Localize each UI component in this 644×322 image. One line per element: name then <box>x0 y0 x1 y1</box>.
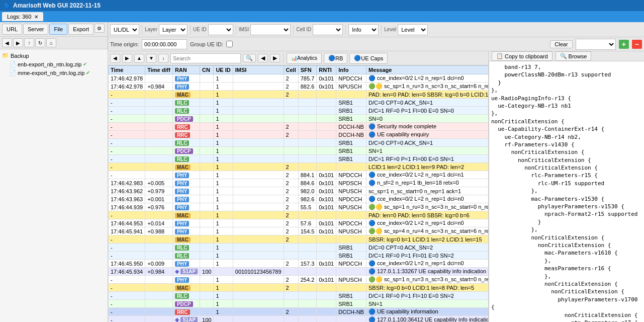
scroll-right-btn[interactable]: ▶ <box>122 54 132 63</box>
log-table-container[interactable]: Time Time diff RAN CN UE ID IMSI Cell SF… <box>108 65 488 322</box>
cell-info: NPUSCH <box>336 187 366 195</box>
scroll-next-btn[interactable]: ▼ <box>146 54 156 63</box>
table-row[interactable]: - RRC 1 2 DCCH-NB 🔵 UE capability enquir… <box>109 131 489 139</box>
col-ueid[interactable]: UE ID <box>214 66 233 74</box>
table-row[interactable]: - RLC 1 SRB1 D/C=0 CPT=0 ACK_SN=1 <box>109 99 489 107</box>
ul-dl-select[interactable]: UL/DLULDL <box>110 24 139 35</box>
layer-select[interactable]: LayerPHYMACRLCPDCPRRC <box>159 24 188 35</box>
nav-up-btn[interactable]: ↑ <box>24 38 34 47</box>
table-row[interactable]: - PDCP 1 SRB1 SN=1 <box>109 147 489 155</box>
table-row[interactable]: 17:46:44.939 +0.976 PHY 1 2 55.5 0x101 N… <box>109 203 489 211</box>
analytics-btn[interactable]: 📊 Analytics <box>287 53 322 64</box>
col-cn[interactable]: CN <box>200 66 214 74</box>
nav-extra-btn[interactable]: ⚙ <box>95 24 105 33</box>
cell-ueid: 1 <box>214 308 233 316</box>
table-row[interactable]: 17:46:42.983 +0.005 PHY 1 2 884.6 0x101 … <box>109 179 489 187</box>
group-ue-checkbox[interactable] <box>226 41 233 47</box>
table-row[interactable]: - RLC 1 SRB1 D/C=1 RF=0 P=1 FI=00 E=0 SN… <box>109 107 489 115</box>
copy-clipboard-btn[interactable]: 📋 Copy to clipboard <box>492 51 553 61</box>
table-row[interactable]: - RLC 1 SRB1 D/C=0 CPT=0 ACK_SN=2 <box>109 244 489 252</box>
col-ran[interactable]: RAN <box>172 66 200 74</box>
table-row[interactable]: 17:46:45.950 +0.009 PHY 1 2 157.3 0x101 … <box>109 260 489 268</box>
scroll-prev-btn[interactable]: ▲ <box>134 54 144 63</box>
table-row[interactable]: - RLC 1 SRB1 D/C=1 RF=0 P=1 FI=00 E=0 SN… <box>109 155 489 163</box>
scroll-end-btn[interactable]: ↓ <box>158 54 168 63</box>
table-row[interactable]: - ◆ S1AP 100 🔵 127.0.1.100:36412 UE capa… <box>109 316 489 323</box>
table-row[interactable]: - RRC 1 2 DCCH-NB 🔵 Security mode comple… <box>109 123 489 131</box>
time-origin-input[interactable] <box>142 39 187 49</box>
table-row[interactable]: - MAC 1 2 SBSR: lcg=0 b=1 LCID:1 len=2 L… <box>109 235 489 244</box>
cell-timediff <box>145 131 173 139</box>
table-row[interactable]: - PDCP 1 SRB1 SN=1 <box>109 300 489 308</box>
cell-cell: 2 <box>284 131 298 139</box>
cell-id-select[interactable] <box>313 24 343 35</box>
table-row[interactable]: - MAC 1 2 SBSR: lcg=0 b=0 LCID:1 len=8 P… <box>109 284 489 292</box>
cell-cell: 2 <box>284 276 298 284</box>
backup-folder[interactable]: 📁 Backup <box>2 51 106 60</box>
search-prev-btn[interactable]: ◀ <box>258 54 268 62</box>
add-filter-btn[interactable]: + <box>619 40 629 49</box>
server-btn[interactable]: Server <box>23 24 48 35</box>
cell-cn <box>200 139 214 147</box>
table-row[interactable]: 17:46:45.941 +0.988 PHY 1 2 154.5 0x101 … <box>109 227 489 235</box>
table-row[interactable]: 17:46:44.953 +0.014 PHY 1 2 57.6 0x101 N… <box>109 219 489 227</box>
cell-time: 17:46:45.950 <box>109 260 145 268</box>
file-enb[interactable]: 📄 enb-export_nb_ntn.log.zip ✔ <box>2 60 106 68</box>
col-sfn[interactable]: SFN <box>298 66 317 74</box>
table-row[interactable]: - PHY 1 2 884.1 0x101 NPDCCH 🔵 cce_index… <box>109 171 489 179</box>
search-next-btn[interactable]: ▶ <box>270 54 280 62</box>
level-select[interactable]: Level <box>398 24 428 35</box>
col-message[interactable]: Message <box>366 66 488 74</box>
check-icon-enb: ✔ <box>83 61 87 67</box>
browse-btn[interactable]: 🔍 Browse <box>556 51 592 61</box>
clear-dropdown[interactable] <box>576 39 616 50</box>
table-row[interactable]: - PHY 1 2 254.2 0x101 NPUSCH 🟢🟡 sc_sp=1 … <box>109 276 489 284</box>
table-row[interactable]: - MAC 1 2 PAD: len=0 PAD: len=0 SBSR: lc… <box>109 211 489 219</box>
table-row[interactable]: - RLC 1 SRB1 D/C=1 RF=0 P=1 FI=01 E=0 SN… <box>109 252 489 260</box>
table-row[interactable]: - RLC 1 SRB1 D/C=0 CPT=0 ACK_SN=1 <box>109 139 489 147</box>
nav-refresh-btn[interactable]: ↻ <box>35 38 45 47</box>
tab-close-icon[interactable]: ✕ <box>34 14 38 20</box>
tab-logs[interactable]: Logs: 360 ✕ <box>2 12 43 21</box>
col-imsi[interactable]: IMSI <box>233 66 284 74</box>
cell-imsi <box>233 292 284 300</box>
ue-caps-btn[interactable]: 🔵 UE Caps <box>349 53 388 64</box>
nav-back-btn[interactable]: ◀ <box>2 38 12 47</box>
cell-ran: PHY <box>172 171 200 179</box>
table-row[interactable]: 17:46:42.978 +0.984 PHY 1 2 882.6 0x101 … <box>109 83 489 91</box>
ue-id-select[interactable] <box>208 24 233 35</box>
nav-home-btn[interactable]: ⌂ <box>46 38 56 47</box>
search-btn[interactable]: 🔍 <box>243 54 256 62</box>
table-row[interactable]: 17:46:43.963 +0.001 PHY 1 2 982.6 0x101 … <box>109 195 489 203</box>
layer-badge: PHY <box>175 76 190 82</box>
url-btn[interactable]: URL <box>2 24 22 35</box>
cell-sfn: 982.0 <box>298 187 317 195</box>
search-input[interactable] <box>170 53 241 63</box>
imsi-select[interactable] <box>250 24 291 35</box>
remove-filter-btn[interactable]: − <box>632 40 642 49</box>
table-row[interactable]: - MAC 1 2 PAD: len=0 PAD: len=0 SBSR: lc… <box>109 91 489 99</box>
table-row[interactable]: - RRC 1 2 DCCH-NB 🔵 UE capability inform… <box>109 308 489 316</box>
table-row[interactable]: 17:46:42.978 PHY 1 2 785.7 0x101 NPDCCH … <box>109 74 489 83</box>
rb-icon: 🔵 <box>328 55 335 61</box>
cell-rnti: 0x101 <box>317 187 336 195</box>
table-row[interactable]: 17:46:45.934 +0.984 ◆ S1AP 100 001010123… <box>109 268 489 276</box>
export-btn[interactable]: Export <box>68 24 94 35</box>
col-info[interactable]: Info <box>336 66 366 74</box>
col-time[interactable]: Time <box>109 66 145 74</box>
col-rnti[interactable]: RNTI <box>317 66 336 74</box>
table-row[interactable]: 17:46:43.962 +0.979 PHY 1 2 982.0 0x101 … <box>109 187 489 195</box>
table-row[interactable]: - RLC 1 SRB1 D/C=1 RF=0 P=1 FI=10 E=0 SN… <box>109 292 489 300</box>
file-btn[interactable]: File <box>49 24 67 35</box>
file-mme[interactable]: 📄 mme-export_nb_ntn.log.zip ✔ <box>2 68 106 77</box>
clear-btn[interactable]: Clear <box>550 40 572 48</box>
rb-btn[interactable]: 🔵 RB <box>324 53 347 64</box>
table-row[interactable]: - MAC 1 2 LCID:1 len=2 LCID:1 len=9 PAD:… <box>109 163 489 171</box>
scroll-left-btn[interactable]: ◀ <box>110 54 120 63</box>
nav-fwd-btn[interactable]: ▶ <box>13 38 23 47</box>
info-select[interactable]: Info <box>348 24 379 35</box>
file-icon-mme: 📄 <box>9 69 16 76</box>
col-timediff[interactable]: Time diff <box>145 66 173 74</box>
table-row[interactable]: - PDCP 1 SRB1 SN=0 <box>109 115 489 123</box>
col-cell[interactable]: Cell <box>284 66 298 74</box>
